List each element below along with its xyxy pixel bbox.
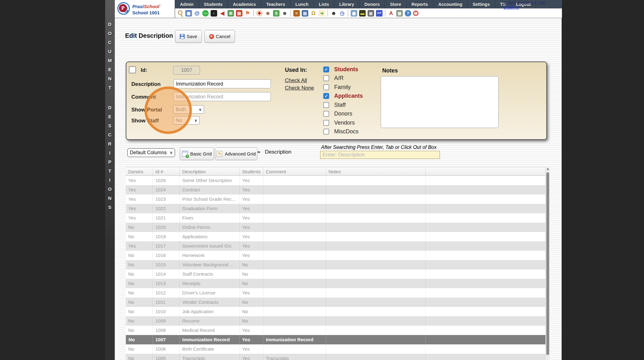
description-field[interactable] (173, 79, 271, 88)
binoculars-icon: ●● (257, 150, 259, 154)
phone-icon[interactable]: ▫ (211, 10, 217, 17)
nav-item-reports[interactable]: Reports (407, 0, 433, 8)
cancel-button[interactable]: ✕ Cancel (204, 30, 235, 43)
scrollbar-thumb[interactable] (546, 172, 549, 355)
table-row-1011[interactable]: No1011Vendor ContractsNo (126, 298, 545, 307)
table-scrollbar[interactable] (545, 167, 550, 360)
table-row-1021[interactable]: Yes1021FixesYes (126, 213, 545, 223)
used-in-checkbox-miscdocs[interactable] (323, 129, 329, 135)
staff-person-icon[interactable]: ☻ (330, 10, 337, 17)
speaker-icon[interactable]: ◀ (219, 10, 226, 17)
check-card-icon[interactable]: ▬ (359, 10, 366, 17)
search-icon[interactable] (177, 10, 183, 17)
cell-filler (425, 260, 545, 269)
columns-select[interactable]: Default Columns ∨ (127, 148, 175, 157)
column-header-comment[interactable]: Comment (263, 167, 326, 175)
forward-note-icon[interactable]: ➜ (319, 10, 325, 17)
column-header-students[interactable]: Students (239, 167, 263, 175)
table-row-1017[interactable]: Yes1017Government Issued IDsYes (126, 241, 545, 251)
nav-item-lists[interactable]: Lists (314, 0, 334, 8)
id-field[interactable] (173, 66, 200, 75)
nav-item-lunch[interactable]: Lunch (290, 0, 314, 8)
nav-item-academics[interactable]: Academics (228, 0, 261, 8)
column-header-id[interactable]: Id # (153, 167, 179, 175)
table-row-1024[interactable]: Yes1024ContractYes (126, 185, 545, 195)
money-icon[interactable]: $ (273, 10, 280, 17)
scroll-up-arrow-icon[interactable] (547, 168, 549, 170)
pdf-icon[interactable]: A (388, 10, 394, 17)
ap-icon[interactable]: A/P (376, 10, 383, 17)
nurse-icon[interactable]: ✚ (256, 10, 263, 17)
teacher-icon[interactable]: ☻ (265, 10, 271, 17)
table-row-1008[interactable]: No1008Medical RecordYes (126, 326, 545, 335)
nav-item-store[interactable]: Store (385, 0, 407, 8)
ledger-icon[interactable]: ▦ (351, 10, 357, 17)
column-header-description[interactable]: Description (179, 167, 239, 175)
table-row-1006[interactable]: No1006Birth CertificateYes (126, 344, 545, 354)
help-icon[interactable]: ? (405, 10, 411, 17)
family-icon[interactable]: ☻ (281, 10, 288, 17)
used-in-checkbox-family[interactable] (323, 84, 329, 90)
used-in-checkbox-a-r[interactable] (323, 75, 329, 81)
nav-item-admin[interactable]: Admin (175, 0, 199, 8)
library-icon[interactable]: ▤ (302, 10, 308, 17)
basic-grid-button[interactable]: Basic Grid (180, 147, 214, 160)
calendar-icon[interactable]: ▦ (185, 10, 192, 17)
comment-field[interactable] (173, 92, 271, 101)
used-in-checkbox-donors[interactable] (323, 111, 329, 117)
nav-item-students[interactable]: Students (199, 0, 228, 8)
alert-icon[interactable]: ! (413, 11, 418, 16)
column-header-notes[interactable]: Notes (326, 167, 425, 175)
column-header-donors[interactable]: Donors (126, 167, 153, 175)
description-search-input[interactable] (320, 151, 440, 159)
alarm-clock-icon[interactable]: ◷ (339, 10, 345, 17)
column-header-filler[interactable] (425, 167, 545, 175)
notes-textarea[interactable] (381, 76, 499, 128)
advanced-grid-button[interactable]: ✎ Advanced Grid (215, 147, 257, 160)
cell-description: Medical Record (179, 326, 239, 335)
show-portal-select[interactable]: Both ∨ (173, 105, 204, 114)
table-row-1020[interactable]: No1020Online FormsYes (126, 223, 545, 232)
table-body: Yes1026Some Other DescriptionYesYes1024C… (126, 176, 545, 360)
print-check-icon[interactable]: ▣ (368, 10, 374, 17)
show-staff-select[interactable]: No ∨ (173, 116, 200, 125)
vertical-letter: S (108, 123, 111, 128)
chat-icon[interactable]: ⋯ (202, 10, 209, 17)
bell-icon[interactable]: Ω (310, 10, 317, 17)
table-row-1009[interactable]: No1009ResumeNo (126, 316, 545, 326)
cell-description: Staff Contracts (179, 269, 239, 279)
nav-item-donors[interactable]: Donors (359, 0, 385, 8)
clock-in-link[interactable]: Clock In (503, 5, 545, 9)
cell-id: 1020 (153, 223, 179, 232)
check-all-link[interactable]: Check All (285, 77, 307, 84)
save-button[interactable]: Save (175, 30, 202, 43)
lunch-icon[interactable]: ≡ (293, 10, 300, 17)
register-icon[interactable]: ▥ (396, 10, 403, 17)
used-in-checkbox-staff[interactable] (323, 102, 329, 108)
table-row-1005[interactable]: No1005TranscriptsYesTranscripts (126, 354, 545, 360)
used-in-checkbox-vendors[interactable] (323, 120, 329, 126)
check-none-link[interactable]: Check None (285, 85, 314, 91)
table-row-1023[interactable]: Yes1023Prior School Grade Rec...Yes (126, 195, 545, 204)
used-in-checkbox-students[interactable]: ✓ (323, 67, 329, 72)
table-row-1013[interactable]: No1013ReceiptsNo (126, 279, 545, 288)
table-row-1015[interactable]: No1015Volunteer Background ...No (126, 260, 545, 269)
nav-item-accounting[interactable]: Accounting (433, 0, 468, 8)
table-row-1010[interactable]: No1010Job ApplicationNo (126, 307, 545, 316)
nav-item-teachers[interactable]: Teachers (261, 0, 290, 8)
table-row-1022[interactable]: Yes1022Graduation FormYes (126, 204, 545, 213)
calculator-icon[interactable]: ⊞ (227, 10, 234, 17)
table-row-1019[interactable]: No1019ApplicationsYes (126, 232, 545, 241)
table-row-1007[interactable]: No1007Immunization RecordYesImmunization… (126, 335, 545, 344)
table-row-1014[interactable]: No1014Staff ContractsNo (126, 269, 545, 279)
id-checkbox[interactable] (129, 66, 136, 73)
table-row-1012[interactable]: No1012Driver's LicenseYes (126, 288, 545, 298)
nav-item-library[interactable]: Library (334, 0, 359, 8)
nav-item-settings[interactable]: Settings (468, 0, 495, 8)
email-icon[interactable]: @ (194, 10, 200, 17)
table-row-1016[interactable]: No1016HomeworkYes (126, 251, 545, 260)
used-in-checkbox-applicants[interactable]: ✓ (323, 93, 329, 99)
megaphone-icon[interactable]: ⚑ (244, 10, 251, 17)
table-row-1026[interactable]: Yes1026Some Other DescriptionYes (126, 176, 545, 185)
date-icon[interactable]: ▤ (236, 10, 242, 17)
